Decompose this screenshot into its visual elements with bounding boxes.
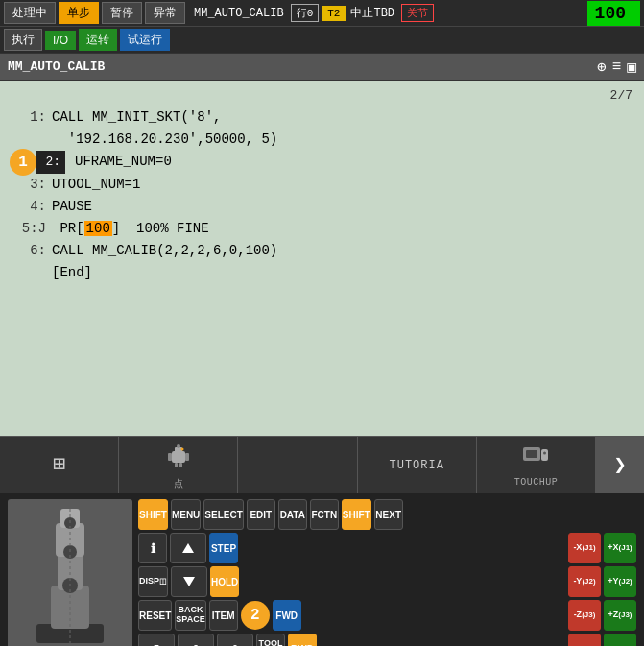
svg-rect-5	[175, 463, 178, 467]
nav-arrow[interactable]: ❯	[596, 437, 644, 493]
key-data[interactable]: DATA	[278, 499, 307, 530]
btn-yunzhuan[interactable]: 运转	[79, 29, 117, 51]
status-close: 关节	[401, 4, 434, 22]
keys-row-1: SHIFT MENU SELECT EDIT DATA FCTN SHIFT N…	[138, 499, 636, 530]
btn-shiyunxing[interactable]: 试运行	[120, 29, 170, 51]
key-select[interactable]: SELECT	[203, 499, 243, 530]
nav-tutoria[interactable]: TUTORIA	[358, 437, 477, 493]
key-disp[interactable]: DISP◫	[138, 566, 168, 597]
btn-io[interactable]: I/O	[45, 31, 76, 50]
nav-empty	[238, 437, 357, 493]
status-tag-t2: T2	[322, 6, 346, 21]
key-plus-j4[interactable]: +J4	[604, 634, 636, 646]
status-program: MM_AUTO_CALIB	[194, 7, 284, 20]
title-bar: MM_AUTO_CALIB ⊕ ≡ ▣	[0, 54, 644, 81]
nav-grid[interactable]: ⊞	[0, 437, 119, 493]
code-line-1b: '192.168.20.230',50000, 5)	[12, 129, 632, 151]
svg-rect-3	[168, 453, 172, 461]
key-item[interactable]: ITEM	[209, 600, 238, 631]
code-line-5: 5:J PR[100] 100% FINE	[12, 218, 632, 240]
key-bwd[interactable]: BWD	[288, 634, 317, 646]
key-minus-z[interactable]: -Z(J3)	[568, 600, 601, 631]
touchup-icon	[521, 443, 550, 475]
key-minus-j4[interactable]: -J4	[568, 634, 601, 646]
menu-icon[interactable]: ≡	[612, 59, 622, 76]
btn-chuli[interactable]: 处理中	[4, 2, 56, 24]
key-fwd[interactable]: FWD	[273, 600, 301, 631]
nav-robot[interactable]: 点	[119, 437, 238, 493]
keyboard-area: SHIFT MENU SELECT EDIT DATA FCTN SHIFT N…	[0, 493, 644, 646]
svg-point-11	[543, 451, 546, 454]
svg-rect-6	[179, 463, 182, 467]
key-minus-y[interactable]: -Y(J2)	[568, 566, 601, 597]
split-icon[interactable]: ▣	[627, 58, 636, 77]
key-hold[interactable]: HOLD	[210, 566, 239, 597]
robot-icon	[164, 440, 193, 475]
btn-yichang[interactable]: 异常	[145, 2, 185, 24]
circle-badge-2: 2	[241, 601, 270, 630]
keys-row-3: DISP◫ HOLD -Y(J2) +Y(J2)	[138, 566, 636, 597]
circle-badge-1: 1	[10, 149, 36, 176]
key-shift-left[interactable]: SHIFT	[138, 499, 168, 530]
robot-arm-graphic	[8, 499, 132, 646]
top-toolbar: 处理中 单步 暂停 异常 MM_AUTO_CALIB 行0 T2 中止TBD 关…	[0, 0, 644, 27]
keys-panel: SHIFT MENU SELECT EDIT DATA FCTN SHIFT N…	[138, 499, 636, 646]
code-line-4: 4: PAUSE	[12, 196, 632, 218]
code-area: 2/7 1: CALL MM_INIT_SKT('8', '192.168.20…	[0, 81, 644, 436]
key-info[interactable]: ℹ	[138, 533, 167, 563]
key-down[interactable]	[171, 566, 207, 597]
keys-row-4: RESET BACKSPACE ITEM 2 FWD -Z(J3) +Z(J3)	[138, 600, 636, 631]
btn-danbu[interactable]: 单步	[59, 2, 99, 24]
highlight-100: 100	[84, 221, 112, 236]
key-8[interactable]: 8	[178, 634, 214, 646]
svg-point-7	[180, 448, 183, 451]
key-9[interactable]: 9	[217, 634, 253, 646]
code-line-end: [End]	[12, 262, 632, 284]
keys-row-5: 7 8 9 TOOL1 BWD -J4 +J4	[138, 634, 636, 646]
key-plus-y[interactable]: +Y(J2)	[604, 566, 636, 597]
status-stop: 中止TBD	[350, 5, 394, 21]
svg-rect-9	[526, 450, 537, 458]
line2-box: 2:	[36, 151, 65, 173]
bottom-nav: ⊞ 点 TUTORIA	[0, 436, 644, 493]
key-step[interactable]: STEP	[209, 533, 238, 563]
code-line-1: 1: CALL MM_INIT_SKT('8',	[12, 107, 632, 129]
key-edit[interactable]: EDIT	[247, 499, 275, 530]
key-minus-x[interactable]: -X(J1)	[568, 533, 601, 563]
btn-zhixing[interactable]: 执行	[4, 29, 42, 51]
nav-touchup[interactable]: TOUCHUP	[477, 437, 596, 493]
program-title: MM_AUTO_CALIB	[8, 60, 597, 74]
title-icons: ⊕ ≡ ▣	[597, 58, 636, 77]
percent-suffix: %	[627, 8, 632, 18]
key-7[interactable]: 7	[138, 634, 175, 646]
percent-display: 100 %	[587, 1, 640, 26]
tutoria-label: TUTORIA	[390, 459, 444, 472]
code-line-3: 3: UTOOL_NUM=1	[12, 174, 632, 196]
code-lines: 1: CALL MM_INIT_SKT('8', '192.168.20.230…	[12, 107, 632, 284]
status-line: 行0	[291, 4, 320, 22]
keys-row-2: ℹ STEP -X(J1) +X(J1)	[138, 533, 636, 563]
key-up[interactable]	[170, 533, 206, 563]
zoom-icon[interactable]: ⊕	[597, 58, 607, 77]
key-reset[interactable]: RESET	[138, 600, 172, 631]
key-shift-right[interactable]: SHIFT	[342, 499, 371, 530]
svg-rect-4	[185, 453, 189, 461]
svg-marker-22	[182, 543, 194, 553]
nav-robot-label: 点	[174, 477, 183, 490]
btn-zanting[interactable]: 暂停	[102, 2, 142, 24]
page-indicator: 2/7	[12, 88, 632, 103]
grid-icon: ⊞	[53, 451, 65, 477]
svg-marker-23	[183, 577, 195, 586]
code-line-6: 6: CALL MM_CALIB(2,2,2,6,0,100)	[12, 240, 632, 262]
key-plus-z[interactable]: +Z(J3)	[604, 600, 636, 631]
key-backspace[interactable]: BACKSPACE	[175, 600, 205, 631]
status-bar: MM_AUTO_CALIB 行0 T2 中止TBD 关节	[194, 4, 584, 22]
second-toolbar: 执行 I/O 运转 试运行	[0, 27, 644, 54]
key-menu[interactable]: MENU	[171, 499, 201, 530]
key-plus-x[interactable]: +X(J1)	[604, 533, 636, 563]
key-fctn[interactable]: FCTN	[310, 499, 339, 530]
key-next[interactable]: NEXT	[374, 499, 403, 530]
svg-rect-10	[541, 449, 548, 461]
key-tool1[interactable]: TOOL1	[256, 634, 285, 646]
code-line-2: 1 2: UFRAME_NUM=0	[31, 151, 632, 173]
